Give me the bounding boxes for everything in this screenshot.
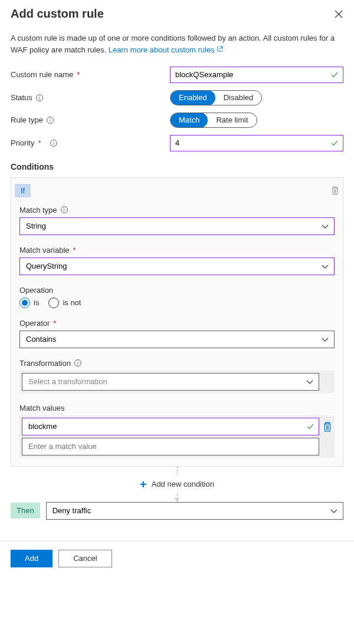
transformation-label: Transformation i [19,359,335,368]
delete-match-value-icon[interactable] [323,421,332,432]
operation-label: Operation [19,286,335,295]
delete-condition-icon[interactable] [331,186,339,195]
rule-type-rate-limit-button[interactable]: Rate limit [208,113,256,128]
operator-label: Operator * [19,319,335,328]
rule-type-toggle[interactable]: Match Rate limit [170,113,257,128]
add-condition-label: Add new condition [152,480,214,488]
if-badge: If [15,184,31,197]
match-type-select[interactable]: String [19,217,335,235]
page-title: Add custom rule [11,7,104,21]
operation-is-label: is [34,298,39,307]
rule-type-label: Rule type i [11,115,170,124]
info-icon[interactable]: i [74,359,81,366]
match-value-empty-input[interactable] [22,438,319,455]
operator-select[interactable]: Contains [19,331,335,348]
checkmark-icon [306,422,314,431]
match-values-label: Match values [19,404,335,412]
external-link-icon [217,44,224,56]
status-toggle[interactable]: Enabled Disabled [170,90,262,105]
custom-rule-name-input[interactable] [170,67,343,83]
conditions-heading: Conditions [11,162,343,171]
checkmark-icon [330,139,339,147]
checkmark-icon [330,71,339,79]
description-text: A custom rule is made up of one or more … [11,32,343,56]
info-icon[interactable]: i [47,117,54,124]
priority-label: Priority * i [11,138,170,147]
action-select[interactable]: Deny traffic [46,502,343,520]
learn-more-link[interactable]: Learn more about custom rules [109,45,224,54]
priority-input[interactable] [170,135,343,151]
status-disabled-button[interactable]: Disabled [215,90,262,105]
info-icon[interactable]: i [61,206,68,213]
add-condition-button[interactable]: + Add new condition [134,476,220,493]
custom-rule-name-label: Custom rule name * [11,70,170,79]
match-value-input[interactable] [22,418,319,435]
info-icon[interactable]: i [36,94,43,101]
then-badge: Then [11,503,40,518]
rule-type-match-button[interactable]: Match [171,113,208,128]
conditions-container: If Match type i String Match variable * [11,177,343,467]
operation-is-not-label: is not [63,298,81,307]
match-type-label: Match type i [19,206,335,214]
add-button[interactable]: Add [11,550,53,567]
operation-is-radio[interactable]: is [19,298,39,308]
cancel-button[interactable]: Cancel [58,550,112,567]
match-variable-label: Match variable * [19,246,335,255]
info-icon[interactable]: i [50,140,57,147]
learn-more-text: Learn more about custom rules [109,45,215,54]
close-icon[interactable] [334,9,343,19]
match-variable-select[interactable]: QueryString [19,257,335,275]
status-label: Status i [11,93,170,102]
operation-is-not-radio[interactable]: is not [48,298,81,308]
status-enabled-button[interactable]: Enabled [171,90,215,105]
plus-icon: + [140,478,147,490]
transformation-select[interactable]: Select a transformation [22,373,319,391]
